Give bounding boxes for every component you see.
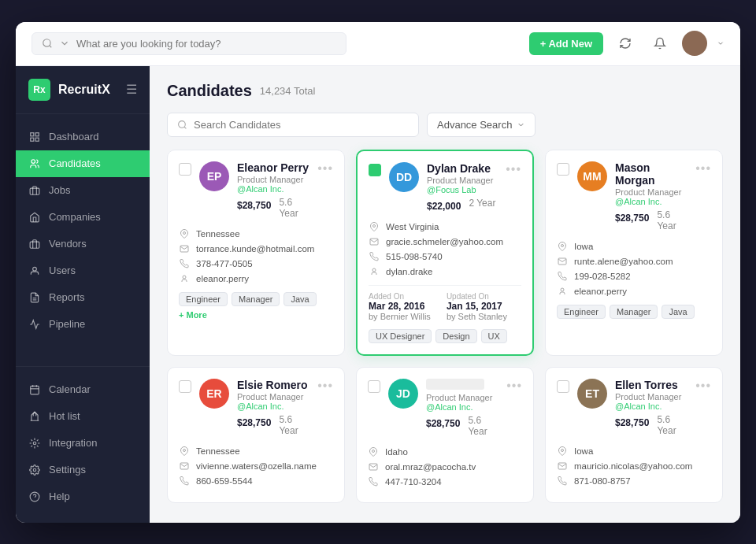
sidebar-item-reports[interactable]: Reports (16, 284, 150, 311)
advance-search-button[interactable]: Advance Search (427, 113, 536, 137)
candidate-menu-6[interactable]: ••• (695, 379, 711, 393)
candidate-checkbox-4[interactable] (179, 380, 191, 393)
location-icon (179, 446, 190, 457)
sidebar-item-label: Pipeline (49, 318, 85, 330)
candidate-details-2: West Virginia gracie.schmeler@yahoo.com (369, 221, 521, 277)
candidates-search[interactable] (167, 113, 419, 137)
phone-icon (179, 258, 190, 269)
candidate-card-1[interactable]: EP Eleanor Perry Product Manager @Alcan … (167, 150, 345, 356)
candidate-tags-1: Engineer Manager Java + More (179, 292, 333, 320)
companies-icon (28, 211, 41, 224)
candidate-exp-3: 5.6 Year (657, 209, 687, 231)
updated-date: Jan 15, 2017 (447, 301, 507, 312)
candidate-checkbox-2[interactable] (369, 164, 381, 176)
sidebar-item-dashboard[interactable]: Dashboard (16, 124, 150, 150)
location-icon (557, 241, 568, 252)
candidates-icon (28, 157, 41, 170)
sidebar-item-help[interactable]: Help (16, 483, 150, 510)
sidebar-toggle[interactable]: ☰ (126, 82, 137, 97)
sidebar-item-jobs[interactable]: Jobs (16, 177, 150, 204)
user-avatar[interactable] (682, 31, 707, 56)
candidate-info-5: Product Manager @Alcan Inc. $28,750 5.6 … (426, 379, 498, 437)
candidate-checkbox-1[interactable] (179, 163, 191, 176)
candidate-checkbox-6[interactable] (557, 380, 569, 393)
svg-rect-1 (31, 132, 34, 135)
notifications-button[interactable] (647, 31, 673, 56)
candidate-menu-2[interactable]: ••• (506, 162, 521, 176)
candidate-exp-2: 2 Year (469, 198, 495, 212)
svg-point-26 (372, 450, 375, 452)
sidebar-item-pipeline[interactable]: Pipeline (16, 311, 150, 338)
sidebar-item-hotlist[interactable]: Hot list (16, 403, 150, 430)
location-icon (179, 228, 190, 239)
candidate-name-4: Elsie Romero (237, 379, 309, 391)
advance-search-chevron (517, 120, 525, 129)
candidate-company-5: Product Manager @Alcan Inc. (426, 393, 498, 412)
candidate-tags-3: Engineer Manager Java (557, 305, 711, 319)
candidate-card-6[interactable]: ET Ellen Torres Product Manager @Alcan I… (545, 367, 723, 503)
sidebar-item-companies[interactable]: Companies (16, 204, 150, 231)
sidebar-item-label: Hot list (49, 410, 80, 422)
user-icon (179, 273, 190, 284)
candidate-menu-5[interactable]: ••• (506, 379, 522, 393)
tag: Engineer (557, 305, 606, 319)
sidebar-item-settings[interactable]: Settings (16, 457, 150, 483)
phone-2: 515-098-5740 (386, 252, 443, 261)
updated-on: Updated On Jan 15, 2017 by Seth Stanley (447, 292, 507, 321)
phone-1: 378-477-0505 (196, 259, 253, 268)
global-search-input[interactable] (76, 38, 336, 50)
tag: Manager (232, 292, 280, 306)
page-header: Candidates 14,234 Total (167, 82, 723, 100)
candidate-name-1: Eleanor Perry (237, 161, 309, 174)
phone-6: 871-080-8757 (574, 476, 631, 486)
phone-icon (179, 476, 190, 487)
tag-more[interactable]: + More (179, 310, 207, 320)
candidate-salary-5: $28,750 (426, 418, 460, 437)
candidate-card-5[interactable]: JD Product Manager @Alcan Inc. $28,750 5… (356, 367, 534, 503)
candidate-name-2: Dylan Drake (427, 162, 498, 175)
username-2: dylan.drake (386, 267, 432, 276)
candidate-card-2[interactable]: DD Dylan Drake Product Manager @Focus La… (356, 150, 534, 356)
page-count: 14,234 Total (260, 85, 316, 97)
refresh-button[interactable] (613, 31, 638, 56)
bell-icon (654, 37, 666, 50)
sidebar-item-label: Users (49, 265, 76, 276)
svg-point-18 (179, 120, 186, 128)
sidebar-item-users[interactable]: Users (16, 257, 150, 284)
added-by: by Bernier Willis (369, 312, 431, 321)
sidebar-item-integration[interactable]: Integration (16, 430, 150, 457)
sidebar-item-calendar[interactable]: Calendar (16, 376, 150, 403)
location-icon (369, 221, 380, 232)
email-4: vivienne.waters@ozella.name (196, 461, 317, 471)
candidate-checkbox-5[interactable] (368, 380, 380, 393)
sidebar-item-candidates[interactable]: Candidates (16, 150, 150, 177)
location-icon (368, 446, 379, 457)
global-search[interactable] (32, 32, 346, 55)
add-new-button[interactable]: + Add New (529, 32, 603, 55)
candidate-name-3: Mason Morgan (615, 161, 687, 187)
candidate-card-4[interactable]: ER Elsie Romero Product Manager @Alcan I… (167, 367, 345, 503)
candidate-card-3[interactable]: MM Mason Morgan Product Manager @Alcan I… (545, 150, 723, 356)
location-3: Iowa (574, 242, 593, 251)
candidate-menu-3[interactable]: ••• (695, 161, 711, 176)
sidebar-item-label: Calendar (49, 383, 91, 395)
email-icon (557, 461, 568, 472)
candidate-checkbox-3[interactable] (557, 163, 569, 176)
added-on-label: Added On (369, 292, 431, 301)
app-header: + Add New (16, 22, 740, 66)
candidate-menu-1[interactable]: ••• (317, 161, 333, 176)
user-icon (369, 266, 380, 277)
candidate-info-4: Elsie Romero Product Manager @Alcan Inc.… (237, 379, 309, 436)
candidate-details-1: Tennessee torrance.kunde@hotmail.com (179, 228, 333, 284)
candidate-menu-4[interactable]: ••• (317, 379, 333, 393)
dashboard-icon (28, 131, 41, 143)
phone-4: 860-659-5544 (196, 476, 253, 486)
candidate-details-3: Iowa runte.alene@yahoo.com (557, 241, 711, 297)
svg-rect-4 (35, 138, 39, 141)
candidate-salary-4: $28,750 (237, 417, 271, 436)
candidate-info-3: Mason Morgan Product Manager @Alcan Inc.… (615, 161, 687, 231)
candidate-details-4: Tennessee vivienne.waters@ozella.name (179, 446, 333, 487)
reports-icon (28, 291, 41, 304)
candidates-search-input[interactable] (194, 119, 409, 131)
sidebar-item-vendors[interactable]: Vendors (16, 231, 150, 257)
